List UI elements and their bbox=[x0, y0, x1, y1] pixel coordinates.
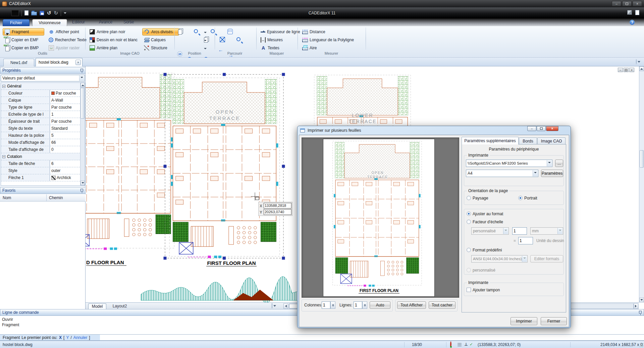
section-general[interactable]: Général bbox=[1, 83, 85, 90]
tab-list-icon[interactable] bbox=[636, 59, 637, 64]
ribbon-button-arcs-divises[interactable]: Arcs divisés bbox=[142, 28, 179, 36]
first-floor-plan[interactable] bbox=[169, 78, 280, 258]
prop-value[interactable]: A-Wall bbox=[50, 97, 85, 104]
maximize-button[interactable] bbox=[622, 1, 632, 6]
collapse-icon[interactable] bbox=[2, 155, 5, 158]
column-chemin[interactable]: Chemin bbox=[49, 195, 63, 200]
property-row[interactable]: Flèche 1Archtick bbox=[1, 174, 85, 181]
ribbon-button-fragment[interactable]: Fragment bbox=[3, 28, 44, 36]
prompt-y-option[interactable]: Y bbox=[66, 335, 69, 340]
tab-sortie[interactable]: Sortie bbox=[123, 20, 134, 24]
tab-parametres-supplementaires[interactable]: Paramètres supplémentaires bbox=[462, 137, 519, 144]
prop-value[interactable]: Archtick bbox=[50, 174, 85, 181]
command-input[interactable] bbox=[100, 335, 644, 340]
ajouter-tampon-checkbox[interactable] bbox=[467, 288, 471, 292]
lignes-stepper[interactable] bbox=[362, 301, 367, 309]
properties-header[interactable]: Propriétés bbox=[0, 67, 86, 74]
prop-value[interactable]: Par couche bbox=[50, 90, 85, 97]
property-row[interactable]: Echelle de type de l1 bbox=[1, 111, 85, 118]
ribbon-button-afficher-point[interactable]: ⊕ Afficher point bbox=[47, 28, 81, 36]
property-row[interactable]: Taille de flèche6 bbox=[1, 160, 85, 167]
properties-preset-combo[interactable]: Valeurs par défaut bbox=[1, 75, 85, 81]
prop-value[interactable]: 1 bbox=[50, 111, 85, 118]
tab-avance[interactable]: Avancé bbox=[99, 20, 112, 24]
zoom-out-icon[interactable] bbox=[236, 37, 241, 42]
hscroll-left-icon[interactable] bbox=[283, 303, 288, 309]
hscroll-right-icon[interactable] bbox=[634, 303, 638, 309]
osnap-check-icon[interactable]: ✓ bbox=[470, 342, 473, 347]
ribbon-button-distance[interactable]: Distance bbox=[301, 28, 327, 36]
ribbon-button-structure[interactable]: Structure bbox=[142, 44, 169, 52]
property-row[interactable]: Taille d'affichage de0 bbox=[1, 146, 85, 153]
parametres-button[interactable]: Paramètres bbox=[541, 170, 563, 177]
tab-fichier[interactable]: Fichier bbox=[3, 19, 30, 26]
ajuster-radio[interactable] bbox=[467, 212, 471, 216]
doc-restore-icon[interactable] bbox=[624, 68, 629, 72]
zoom-window-icon[interactable] bbox=[194, 29, 199, 34]
portrait-radio[interactable] bbox=[518, 196, 523, 200]
facteur-radio[interactable] bbox=[467, 220, 471, 224]
doc-close-icon[interactable]: × bbox=[629, 68, 634, 72]
pan-icon[interactable] bbox=[227, 29, 233, 34]
ribbon-button-calques[interactable]: Calques bbox=[142, 36, 167, 44]
ribbon-button-arriere-plan[interactable]: Arrière plan bbox=[88, 44, 119, 52]
doc-tab-close-icon[interactable]: × bbox=[75, 60, 81, 65]
property-row[interactable]: Épaisseur de traitPar couche bbox=[1, 118, 85, 125]
prop-value[interactable]: 6 bbox=[50, 160, 85, 167]
lignes-input[interactable] bbox=[354, 301, 362, 309]
tab-model[interactable]: Model bbox=[88, 303, 106, 309]
prompt-annuler-option[interactable]: Annuler bbox=[73, 335, 87, 340]
prop-value[interactable]: 66 bbox=[50, 139, 85, 146]
colonnes-stepper[interactable] bbox=[330, 301, 335, 309]
chevron-down-icon[interactable] bbox=[533, 170, 538, 176]
paysage-label[interactable]: Paysage bbox=[473, 196, 488, 200]
facteur-label[interactable]: Facteur d'échelle bbox=[473, 220, 503, 224]
close-button[interactable]: × bbox=[633, 1, 642, 6]
layout-list-icon[interactable] bbox=[272, 303, 272, 308]
column-nom[interactable]: Nom bbox=[3, 195, 11, 200]
property-row[interactable]: CouleurPar couche bbox=[1, 90, 85, 97]
scroll-down-icon[interactable] bbox=[80, 181, 85, 185]
canvas-vscrollbar[interactable] bbox=[639, 66, 644, 302]
grid-scrollbar[interactable] bbox=[80, 83, 85, 185]
property-row[interactable]: Hauteur de la police5 bbox=[1, 132, 85, 139]
collapse-icon[interactable] bbox=[2, 85, 5, 88]
zoom-extents-icon[interactable] bbox=[220, 37, 225, 42]
scroll-up-icon[interactable] bbox=[639, 66, 644, 71]
fermer-button[interactable]: Fermer bbox=[541, 317, 567, 325]
imprimer-button[interactable]: Imprimer bbox=[511, 317, 537, 325]
prop-value[interactable]: outer bbox=[50, 167, 85, 174]
ribbon-button-rechercher-texte[interactable]: A Rechercher Texte bbox=[47, 36, 88, 44]
y-value[interactable]: 20263,0740 bbox=[264, 209, 291, 215]
paper-size-combo[interactable]: A4 bbox=[466, 170, 538, 177]
dialog-minimize-icon[interactable]: – bbox=[527, 126, 536, 131]
snap-icon[interactable] bbox=[450, 341, 451, 347]
chevron-down-icon[interactable] bbox=[79, 75, 84, 81]
copy-view-icon[interactable] bbox=[177, 29, 182, 34]
chevron-down-icon[interactable] bbox=[547, 160, 552, 166]
ribbon-button-epaisseur[interactable]: Epaisseur de ligne bbox=[259, 28, 302, 36]
prop-value[interactable]: Par couche bbox=[50, 104, 85, 111]
format-predefini-radio[interactable] bbox=[467, 248, 471, 252]
prop-value[interactable]: Standard bbox=[50, 125, 85, 132]
tab-layout2[interactable]: Layout2 bbox=[109, 303, 130, 309]
tab-editeur[interactable]: Editeur bbox=[72, 20, 85, 24]
ortho-icon[interactable]: ⊥ bbox=[464, 342, 468, 347]
scale-value-input[interactable] bbox=[512, 227, 527, 235]
portrait-label[interactable]: Portrait bbox=[524, 196, 537, 200]
resize-grip[interactable] bbox=[639, 343, 643, 347]
minimize-button[interactable]: – bbox=[612, 1, 621, 6]
property-row[interactable]: Styleouter bbox=[1, 167, 85, 174]
zoom-selected-dropdown-icon[interactable] bbox=[204, 48, 207, 51]
unit-value-input[interactable] bbox=[518, 237, 533, 244]
favoris-header[interactable]: Favoris bbox=[0, 187, 86, 194]
doc-tab-hostel-block[interactable]: hostel block.dwg × bbox=[36, 58, 83, 67]
doc-minimize-icon[interactable]: – bbox=[618, 68, 623, 72]
section-cotation[interactable]: Cotation bbox=[1, 153, 85, 160]
grid-icon[interactable] bbox=[458, 343, 462, 347]
pen-icon[interactable] bbox=[627, 10, 632, 15]
format-predefini-label[interactable]: Format prédéfini bbox=[473, 248, 502, 252]
prop-value[interactable]: 5 bbox=[50, 132, 85, 139]
tout-afficher-button[interactable]: Tout Afficher bbox=[397, 301, 426, 309]
property-row[interactable]: Type de lignePar couche bbox=[1, 104, 85, 111]
